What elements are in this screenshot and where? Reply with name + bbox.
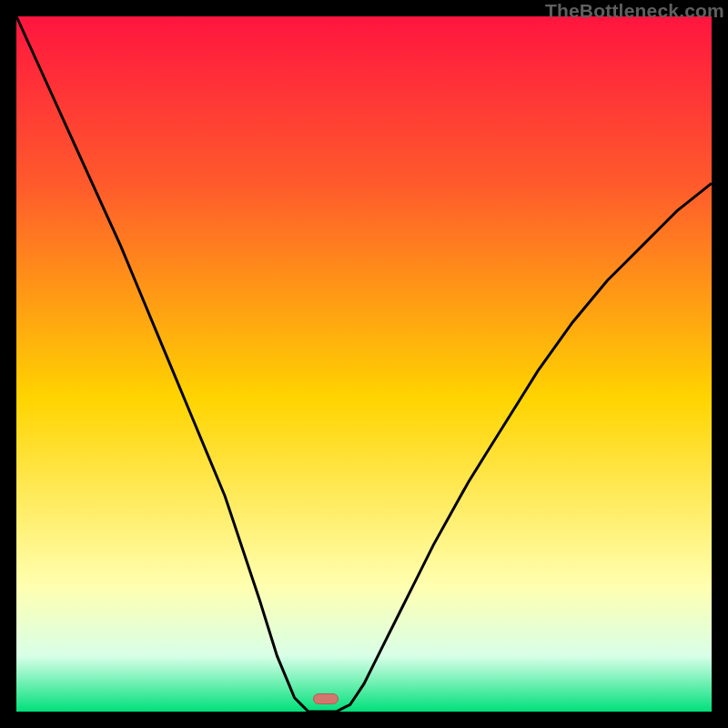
plot-area: [16, 16, 712, 712]
optimum-marker: [313, 693, 339, 704]
watermark-text: TheBottleneck.com: [545, 0, 724, 22]
chart-stage: TheBottleneck.com: [0, 0, 728, 728]
curve-path: [16, 16, 712, 712]
bottleneck-curve: [16, 16, 712, 712]
